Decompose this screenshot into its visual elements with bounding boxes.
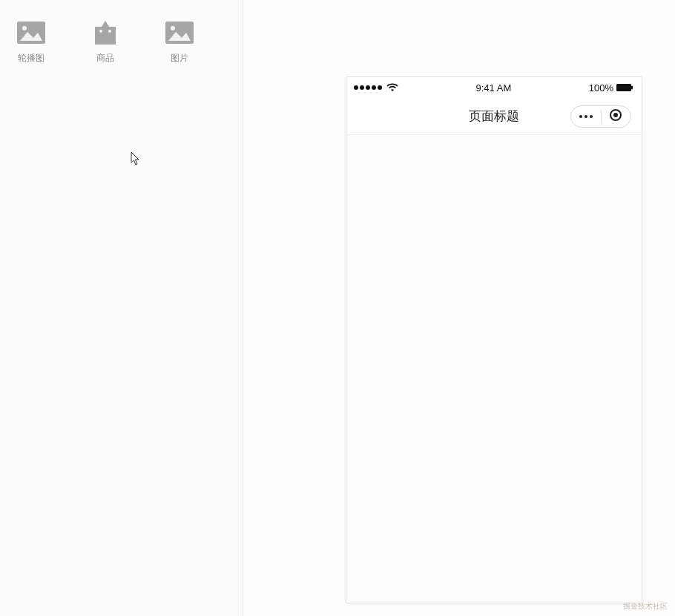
svg-point-3 (99, 30, 102, 33)
nav-bar: 页面标题 (346, 98, 642, 135)
image-icon (165, 21, 194, 45)
component-sidebar: 轮播图 商品 (0, 0, 243, 616)
svg-point-10 (613, 113, 618, 117)
image-component[interactable]: 图片 (160, 21, 199, 65)
battery-icon (616, 83, 634, 92)
svg-point-4 (108, 30, 111, 33)
svg-rect-2 (95, 27, 116, 45)
status-time: 9:41 AM (476, 82, 512, 94)
image-icon (16, 21, 46, 45)
status-bar: 9:41 AM 100% (346, 77, 642, 98)
svg-point-1 (22, 26, 27, 30)
capsule-button (570, 105, 631, 128)
battery-percent: 100% (589, 82, 613, 94)
status-left (354, 83, 398, 92)
wifi-icon (386, 83, 398, 92)
svg-point-6 (171, 26, 175, 30)
svg-rect-8 (631, 86, 633, 90)
signal-icon (354, 85, 382, 90)
status-right: 100% (589, 82, 634, 94)
watermark: 掘金技术社区 (623, 601, 668, 612)
component-label: 图片 (171, 52, 188, 65)
carousel-component[interactable]: 轮播图 (12, 21, 50, 65)
page-title: 页面标题 (469, 108, 519, 125)
svg-rect-7 (616, 84, 631, 91)
phone-content-area[interactable] (346, 135, 642, 603)
component-label: 商品 (96, 52, 114, 65)
canvas-area[interactable]: 9:41 AM 100% 页面标题 (243, 0, 675, 616)
capsule-close-button[interactable] (602, 106, 631, 127)
goods-component[interactable]: 商品 (86, 21, 125, 65)
capsule-more-button[interactable] (571, 106, 601, 127)
bag-icon (90, 21, 120, 45)
component-label: 轮播图 (18, 52, 45, 65)
target-icon (609, 108, 622, 125)
component-grid: 轮播图 商品 (7, 21, 235, 65)
phone-preview: 9:41 AM 100% 页面标题 (346, 76, 642, 603)
workspace: 轮播图 商品 (0, 0, 675, 616)
more-icon (579, 115, 593, 118)
